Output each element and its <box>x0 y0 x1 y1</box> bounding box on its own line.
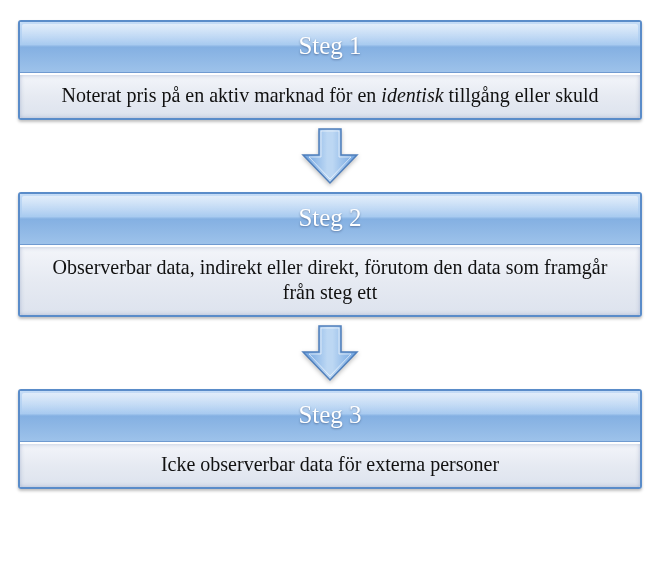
step-2-body-pre: Observerbar data, indirekt eller direkt,… <box>53 256 608 303</box>
step-2-body: Observerbar data, indirekt eller direkt,… <box>20 245 640 315</box>
step-1-title: Steg 1 <box>20 22 640 73</box>
arrow-1 <box>299 124 361 188</box>
step-3-box: Steg 3 Icke observerbar data för externa… <box>18 389 642 489</box>
step-2-title: Steg 2 <box>20 194 640 245</box>
arrow-down-icon <box>299 127 361 185</box>
arrow-2 <box>299 321 361 385</box>
step-3-body-pre: Icke observerbar data för externa person… <box>161 453 499 475</box>
step-2-box: Steg 2 Observerbar data, indirekt eller … <box>18 192 642 317</box>
step-1-body-em: identisk <box>381 84 443 106</box>
step-3-title: Steg 3 <box>20 391 640 442</box>
arrow-down-icon <box>299 324 361 382</box>
step-1-box: Steg 1 Noterat pris på en aktiv marknad … <box>18 20 642 120</box>
step-1-body-pre: Noterat pris på en aktiv marknad för en <box>61 84 381 106</box>
step-3-body: Icke observerbar data för externa person… <box>20 442 640 487</box>
step-1-body: Noterat pris på en aktiv marknad för en … <box>20 73 640 118</box>
step-1-body-post: tillgång eller skuld <box>444 84 599 106</box>
